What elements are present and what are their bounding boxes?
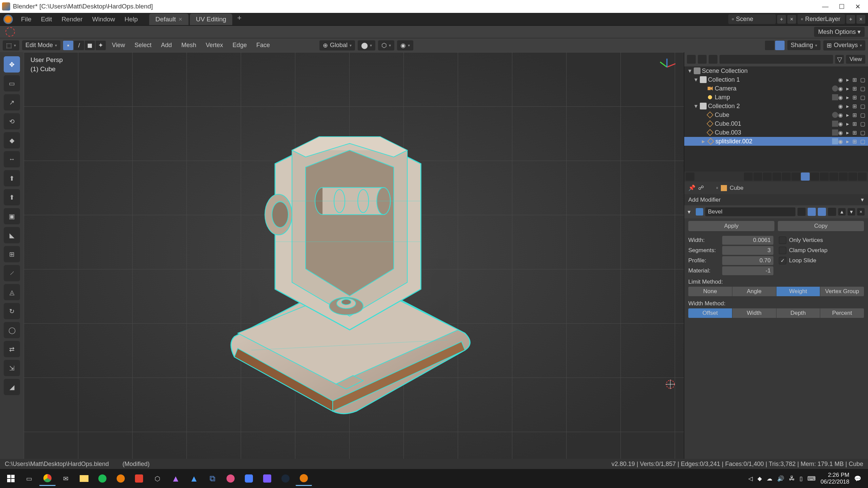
annotate-tool[interactable]: ↗: [4, 94, 20, 110]
tab-modifiers[interactable]: [801, 172, 810, 181]
add-workspace-button[interactable]: +: [234, 14, 245, 25]
wm-depth-button[interactable]: Depth: [776, 308, 820, 318]
notifications-button[interactable]: 💬: [854, 475, 861, 482]
taskbar-affinity2[interactable]: ▲: [186, 471, 202, 486]
data-icon[interactable]: [832, 138, 838, 144]
knife-tool[interactable]: ⟋: [4, 265, 20, 281]
profile-field[interactable]: Profile:0.70: [688, 256, 773, 266]
menu-file[interactable]: File: [16, 16, 36, 23]
extend-select-button[interactable]: ✦: [96, 41, 106, 50]
add-menu[interactable]: Add: [158, 42, 175, 49]
rip-tool[interactable]: ◢: [4, 379, 20, 395]
start-button[interactable]: [3, 471, 19, 486]
taskbar-chrome[interactable]: [39, 471, 56, 486]
tab-material[interactable]: [848, 172, 857, 181]
tray-overflow-button[interactable]: ◁: [748, 475, 753, 482]
outliner-editor-type-button[interactable]: [687, 55, 696, 64]
modifier-cage-toggle[interactable]: [828, 208, 836, 216]
outliner-filter-button[interactable]: ▽: [835, 55, 844, 64]
tab-scene[interactable]: [772, 172, 781, 181]
task-view-button[interactable]: ▭: [21, 471, 37, 486]
outliner[interactable]: ▾ Scene Collection ▾ Collection 1 ◉▸⊞▢ C…: [684, 66, 868, 171]
properties-editor-type-button[interactable]: [686, 172, 694, 181]
only-vertices-checkbox[interactable]: Only Vertices: [779, 235, 864, 245]
poly-build-tool[interactable]: ◬: [4, 284, 20, 300]
pin-icon[interactable]: 📌: [688, 184, 695, 191]
mode-dropdown[interactable]: Edit Mode▾: [22, 40, 60, 50]
modifier-move-down-button[interactable]: ▼: [848, 208, 855, 216]
limit-none-button[interactable]: None: [688, 287, 732, 296]
vertex-menu[interactable]: Vertex: [202, 42, 226, 49]
tray-onedrive-icon[interactable]: ☁: [767, 475, 772, 482]
close-button[interactable]: ✕: [850, 1, 866, 12]
material-field[interactable]: Material:-1: [688, 266, 773, 276]
taskbar-clock[interactable]: 2:26 PM 06/22/2018: [821, 472, 849, 486]
loop-cut-tool[interactable]: ⊞: [4, 246, 20, 262]
editor-type-dropdown[interactable]: ⬚▾: [3, 40, 19, 50]
shading-dropdown[interactable]: Shading ▾: [787, 40, 821, 50]
limit-angle-button[interactable]: Angle: [732, 287, 776, 296]
tab-particles[interactable]: [810, 172, 819, 181]
menu-window[interactable]: Window: [87, 16, 120, 23]
render-icon[interactable]: ⊞: [852, 77, 857, 83]
outliner-cube[interactable]: Cube ◉▸⊞▢: [684, 110, 868, 119]
taskbar-explorer[interactable]: [76, 471, 92, 486]
measure-tool[interactable]: ⟲: [4, 113, 20, 129]
delete-layer-button[interactable]: ×: [856, 15, 865, 24]
blender-icon[interactable]: [3, 15, 13, 24]
outliner-collection-2[interactable]: ▾ Collection 2 ◉▸⊞▢: [684, 102, 868, 110]
taskbar-spotify[interactable]: [94, 471, 111, 486]
menu-edit[interactable]: Edit: [36, 16, 57, 23]
outliner-splitslider-selected[interactable]: ▸ splitslider.002 ◉▸⊞▢: [684, 137, 868, 146]
outliner-search-input[interactable]: [719, 55, 833, 64]
width-field[interactable]: Width:0.0061: [688, 235, 773, 245]
outliner-view-dropdown[interactable]: View: [846, 55, 865, 64]
taskbar-app-red[interactable]: [131, 471, 147, 486]
tray-volume-icon[interactable]: 🔊: [777, 475, 784, 482]
menu-help[interactable]: Help: [120, 16, 142, 23]
view-menu[interactable]: View: [108, 42, 129, 49]
overlays-dropdown[interactable]: ⊞ Overlays ▾: [823, 40, 865, 50]
tab-output[interactable]: [753, 172, 762, 181]
outliner-scene-collection[interactable]: ▾ Scene Collection: [684, 66, 868, 75]
modifier-render-toggle[interactable]: [797, 208, 806, 216]
data-icon[interactable]: [832, 94, 838, 100]
edge-select-button[interactable]: /: [74, 41, 84, 50]
data-icon[interactable]: [832, 121, 838, 127]
tray-app-icon[interactable]: ◆: [757, 475, 762, 482]
move-tool[interactable]: ↔: [4, 151, 20, 167]
taskbar-app-purple[interactable]: [259, 471, 275, 486]
holdout-icon[interactable]: ▢: [860, 77, 865, 83]
workspace-tab-uv[interactable]: UV Editing: [190, 14, 233, 25]
bevel-tool[interactable]: ◣: [4, 227, 20, 243]
solid-shading-button[interactable]: [775, 41, 785, 50]
outliner-cube003[interactable]: Cube.003 ◉▸⊞▢: [684, 128, 868, 137]
data-icon[interactable]: [832, 129, 838, 136]
selectable-icon[interactable]: ▸: [846, 77, 849, 83]
tab-constraints[interactable]: [829, 172, 838, 181]
modifier-editmode-toggle[interactable]: [818, 208, 826, 216]
limit-weight-button[interactable]: Weight: [776, 287, 820, 296]
tab-physics[interactable]: [820, 172, 829, 181]
segments-field[interactable]: Segments:3: [688, 245, 773, 256]
tray-network-icon[interactable]: 🖧: [789, 475, 795, 482]
close-icon[interactable]: ×: [179, 16, 182, 23]
taskbar-vscode[interactable]: ⧉: [204, 471, 220, 486]
outliner-display-mode-button[interactable]: [698, 55, 707, 64]
pivot-dropdown[interactable]: ⬤▾: [358, 40, 375, 50]
orientation-dropdown[interactable]: ⊕ Global ▾: [319, 40, 355, 50]
wm-percent-button[interactable]: Percent: [820, 308, 864, 318]
clamp-overlap-checkbox[interactable]: Clamp Overlap: [779, 245, 864, 256]
link-icon[interactable]: ☍: [698, 184, 704, 191]
tab-mesh[interactable]: [839, 172, 848, 181]
loop-slide-checkbox[interactable]: Loop Slide: [779, 256, 864, 266]
spin-tool[interactable]: ↻: [4, 303, 20, 319]
mesh-menu[interactable]: Mesh: [178, 42, 200, 49]
outliner-option-button[interactable]: [709, 55, 717, 64]
taskbar-steam[interactable]: [277, 471, 294, 486]
shrink-tool[interactable]: ⇲: [4, 360, 20, 376]
wireframe-shading-button[interactable]: [765, 41, 774, 50]
tab-object[interactable]: [791, 172, 800, 181]
outliner-collection-1[interactable]: ▾ Collection 1 ◉▸⊞▢: [684, 75, 868, 84]
add-modifier-dropdown[interactable]: Add Modifier ▾: [684, 194, 868, 205]
